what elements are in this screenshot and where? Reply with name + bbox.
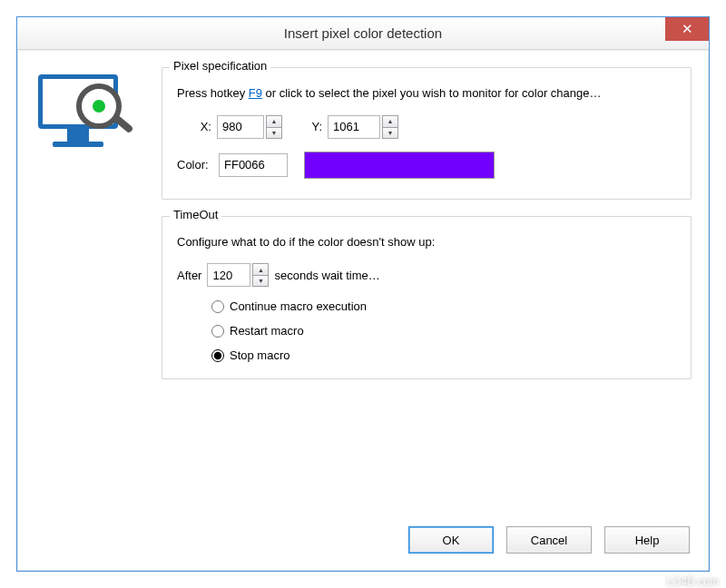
x-spin-down[interactable]: ▼ [266,127,282,139]
color-swatch[interactable] [304,152,495,179]
pixel-spec-desc: Press hotkey F9 or click to select the p… [177,84,676,103]
cancel-button[interactable]: Cancel [506,526,592,554]
color-label: Color: [177,158,213,172]
help-button[interactable]: Help [604,526,690,554]
seconds-spinner: ▲ ▼ [207,263,269,287]
x-spinner: ▲ ▼ [217,115,282,139]
radio-stop[interactable]: Stop macro [211,348,676,362]
x-input[interactable] [217,115,264,139]
pixel-specification-group: Pixel specification Press hotkey F9 or c… [162,67,692,200]
seconds-suffix: seconds wait time… [274,269,379,282]
radio-stop-label: Stop macro [230,348,289,362]
color-row: Color: [177,152,676,179]
left-column [34,67,162,557]
y-spin-up[interactable]: ▲ [382,115,398,127]
button-row: OK Cancel Help [162,526,692,557]
after-label: After [177,269,201,282]
timeout-options: Continue macro execution Restart macro S… [211,299,676,362]
color-input[interactable] [219,153,288,177]
radio-restart[interactable]: Restart macro [211,324,676,338]
close-icon: ✕ [682,21,693,37]
y-spin-down[interactable]: ▼ [382,127,398,139]
client-area: Pixel specification Press hotkey F9 or c… [17,50,709,571]
right-column: Pixel specification Press hotkey F9 or c… [162,67,692,557]
y-label: Y: [306,120,322,133]
seconds-spin-down[interactable]: ▼ [252,275,269,287]
close-button[interactable]: ✕ [665,17,709,41]
pixel-monitor-icon [38,74,129,154]
pixel-spec-title: Pixel specification [170,59,270,73]
seconds-spin-up[interactable]: ▲ [252,263,269,275]
timeout-group: TimeOut Configure what to do if the colo… [162,216,692,380]
radio-stop-input[interactable] [211,349,224,362]
x-label: X: [195,120,211,133]
y-input[interactable] [328,115,380,139]
ok-button[interactable]: OK [408,526,494,554]
after-row: After ▲ ▼ seconds wait time… [177,263,676,287]
radio-continue-input[interactable] [211,300,224,313]
radio-continue-label: Continue macro execution [230,299,367,313]
radio-restart-label: Restart macro [230,324,304,338]
x-spin-up[interactable]: ▲ [266,115,282,127]
watermark: LO4D.com [667,575,719,588]
radio-continue[interactable]: Continue macro execution [211,299,676,313]
hotkey-link[interactable]: F9 [249,86,262,100]
y-spinner: ▲ ▼ [328,115,398,139]
xy-row: X: ▲ ▼ Y: ▲ ▼ [195,115,676,139]
dialog-window: Insert pixel color detection ✕ Pixel spe… [16,16,710,572]
window-title: Insert pixel color detection [17,25,709,41]
timeout-title: TimeOut [170,208,221,221]
seconds-input[interactable] [207,263,250,287]
titlebar[interactable]: Insert pixel color detection ✕ [17,17,709,50]
timeout-desc: Configure what to do if the color doesn'… [177,233,676,251]
radio-restart-input[interactable] [211,325,224,338]
